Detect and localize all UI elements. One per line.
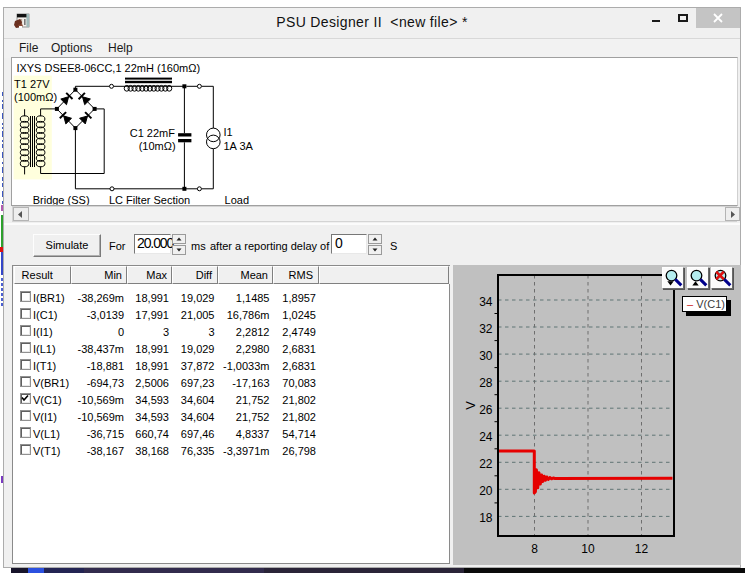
- svg-text:(10mΩ): (10mΩ): [139, 140, 176, 152]
- svg-text:34: 34: [479, 295, 493, 309]
- svg-text:8: 8: [531, 542, 538, 556]
- svg-text:Load: Load: [225, 194, 249, 205]
- svg-text:I1: I1: [224, 126, 233, 138]
- svg-text:1A 3A: 1A 3A: [224, 140, 254, 152]
- svg-text:T1 27V: T1 27V: [14, 78, 50, 90]
- svg-text:V: V: [463, 401, 478, 410]
- svg-text:24: 24: [479, 430, 493, 444]
- svg-text:20: 20: [479, 484, 493, 498]
- svg-text:32: 32: [479, 322, 493, 336]
- svg-text:28: 28: [479, 376, 493, 390]
- svg-text:22: 22: [479, 457, 493, 471]
- svg-text:18: 18: [479, 511, 493, 525]
- svg-text:IXYS DSEE8-06CC,1 22mH (160mΩ: IXYS DSEE8-06CC,1 22mH (160mΩ): [16, 62, 200, 74]
- svg-text:10: 10: [581, 542, 595, 556]
- svg-text:12: 12: [635, 542, 649, 556]
- svg-text:(100mΩ): (100mΩ): [14, 91, 57, 103]
- svg-text:26: 26: [479, 403, 493, 417]
- svg-text:30: 30: [479, 349, 493, 363]
- svg-text:C1 22mF: C1 22mF: [130, 127, 176, 139]
- svg-text:Bridge (SS): Bridge (SS): [33, 194, 90, 205]
- svg-text:LC Filter Section: LC Filter Section: [109, 194, 190, 205]
